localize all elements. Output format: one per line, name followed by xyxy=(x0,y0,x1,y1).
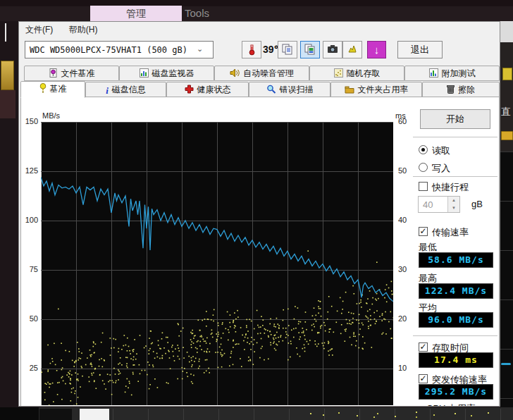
radio-read-label: 读取 xyxy=(432,144,450,157)
ms-axis-tick-label: 20 xyxy=(398,314,407,323)
file-benchmark-icon xyxy=(49,68,58,81)
transfer-rate-label: 传输速率 xyxy=(432,226,469,239)
left-axis-unit: MB/s xyxy=(42,111,60,120)
menu-file[interactable]: 文件(F) xyxy=(19,22,59,36)
access-time-value: 17.4 ms xyxy=(419,352,493,368)
extra-tests-icon xyxy=(429,68,438,81)
background-grid-fragment xyxy=(113,409,513,420)
tab-disk-info[interactable]: i磁盘信息 xyxy=(85,82,166,97)
speed-icon xyxy=(347,45,358,57)
stepper-down-icon[interactable]: ▼ xyxy=(448,204,459,212)
background-fragment-right-top xyxy=(500,21,513,42)
radio-write[interactable] xyxy=(419,163,428,172)
magnifier-icon xyxy=(266,84,276,97)
burst-rate-value: 295.2 MB/s xyxy=(419,384,493,400)
y-axis-tick-label: 75 xyxy=(30,265,38,273)
checkbox-shortstroke[interactable] xyxy=(419,182,428,191)
ribbon-tab-manage[interactable]: 管理 xyxy=(90,6,182,21)
tab-benchmark[interactable]: 基准 xyxy=(20,81,85,98)
background-dots-fragment xyxy=(310,413,311,414)
stepper-buttons[interactable]: ▲▼ xyxy=(447,197,459,212)
health-cross-icon xyxy=(185,84,194,97)
radio-dot xyxy=(421,148,425,152)
checkbox-access-time[interactable]: ✓ xyxy=(419,342,428,352)
background-chart-fragment-right xyxy=(500,152,513,407)
max-value: 122.4 MB/s xyxy=(419,283,493,299)
divider xyxy=(413,137,497,137)
thermometer-icon xyxy=(247,46,256,58)
stepper-up-icon[interactable]: ▲ xyxy=(448,197,459,204)
min-value: 58.6 MB/s xyxy=(419,252,493,268)
save-results-button[interactable]: ↓ xyxy=(367,41,386,58)
background-line-fragment xyxy=(501,363,511,365)
tab-health[interactable]: 健康状态 xyxy=(166,82,249,97)
speaker-icon xyxy=(230,68,240,81)
shortstroke-unit: gB xyxy=(471,199,483,209)
y-axis-tick-label: 50 xyxy=(30,314,38,323)
radio-write-label: 写入 xyxy=(432,162,450,175)
y-axis-tick-label: 150 xyxy=(25,117,38,125)
copy-image-icon xyxy=(304,45,316,57)
background-icon-fragment-left xyxy=(1,61,14,90)
right-axis-ticks: 605040302010 xyxy=(395,122,412,404)
cpu-usage-label: CPU 占用率 xyxy=(426,402,476,407)
stepper-value: 40 xyxy=(423,199,433,210)
y-axis-tick-label: 125 xyxy=(25,166,38,175)
ms-axis-tick-label: 60 xyxy=(398,117,407,125)
info-icon: i xyxy=(106,84,109,97)
background-cursor-fragment xyxy=(5,23,6,42)
shortstroke-size-stepper[interactable]: 40 ▲▼ xyxy=(418,196,460,213)
tab-disk-monitor[interactable]: 磁盘监视器 xyxy=(119,66,214,81)
tab-erase[interactable]: 擦除 xyxy=(422,82,500,97)
folder-icon xyxy=(501,131,513,140)
hdtune-window: 文件(F) 帮助(H) WDC WD5000LPCX-75VHAT1 (500 … xyxy=(18,21,500,407)
menu-bar: 文件(F) 帮助(H) xyxy=(19,22,500,37)
disk-monitor-icon xyxy=(140,68,149,81)
background-block xyxy=(39,409,72,420)
ms-axis-tick-label: 30 xyxy=(398,265,407,273)
avg-value: 96.0 MB/s xyxy=(419,312,493,328)
trash-icon xyxy=(447,84,455,97)
benchmark-bulb-icon xyxy=(39,83,47,97)
start-button[interactable]: 开始 xyxy=(420,109,490,129)
tab-random-access[interactable]: 随机存取 xyxy=(309,66,404,81)
tab-error-scan[interactable]: 错误扫描 xyxy=(249,82,330,97)
radio-read[interactable] xyxy=(419,145,428,154)
speed-button[interactable] xyxy=(342,41,362,58)
background-glyph-fragment: 直 xyxy=(501,106,511,118)
left-axis-ticks: 150125100755025 xyxy=(20,122,39,404)
shortstroke-label: 快捷行程 xyxy=(432,181,469,194)
down-arrow-icon: ↓ xyxy=(374,44,380,56)
copy-text-button[interactable] xyxy=(278,41,297,58)
screenshot-button[interactable] xyxy=(323,41,342,58)
tab-folder-usage[interactable]: 文件夹占用率 xyxy=(330,82,422,97)
ms-axis-tick-label: 10 xyxy=(398,364,407,372)
background-icon-fragment-right xyxy=(502,68,512,80)
tab-aam[interactable]: 自动噪音管理 xyxy=(214,66,309,81)
background-block xyxy=(80,409,109,420)
camera-icon xyxy=(327,45,338,57)
random-access-icon xyxy=(334,68,343,81)
chart-canvas xyxy=(41,122,393,405)
chevron-down-icon: ⌄ xyxy=(197,45,204,52)
checkbox-burst-rate[interactable]: ✓ xyxy=(419,374,428,383)
checkbox-transfer-rate[interactable]: ✓ xyxy=(419,227,428,236)
divider xyxy=(413,176,497,177)
background-chart-fragment-bottom xyxy=(0,407,513,420)
ribbon-tab-tools[interactable]: Tools xyxy=(185,6,248,21)
copy-image-button[interactable] xyxy=(300,41,320,58)
ms-axis-tick-label: 50 xyxy=(398,166,407,175)
tab-extra-tests[interactable]: 附加测试 xyxy=(404,66,500,81)
exit-button[interactable]: 退出 xyxy=(397,41,443,58)
y-axis-tick-label: 25 xyxy=(30,364,38,372)
tab-file-benchmark[interactable]: 文件基准 xyxy=(24,66,119,81)
menu-help[interactable]: 帮助(H) xyxy=(63,22,104,36)
folder-icon xyxy=(345,84,354,97)
background-top-edge xyxy=(0,0,513,6)
background-ribbon: 管理 Tools xyxy=(0,0,513,21)
background-window-fragment-left xyxy=(0,90,16,118)
background-block xyxy=(0,407,39,420)
temperature-button[interactable] xyxy=(242,41,261,58)
benchmark-chart xyxy=(41,122,393,405)
drive-select[interactable]: WDC WD5000LPCX-75VHAT1 (500 gB) xyxy=(25,41,214,58)
